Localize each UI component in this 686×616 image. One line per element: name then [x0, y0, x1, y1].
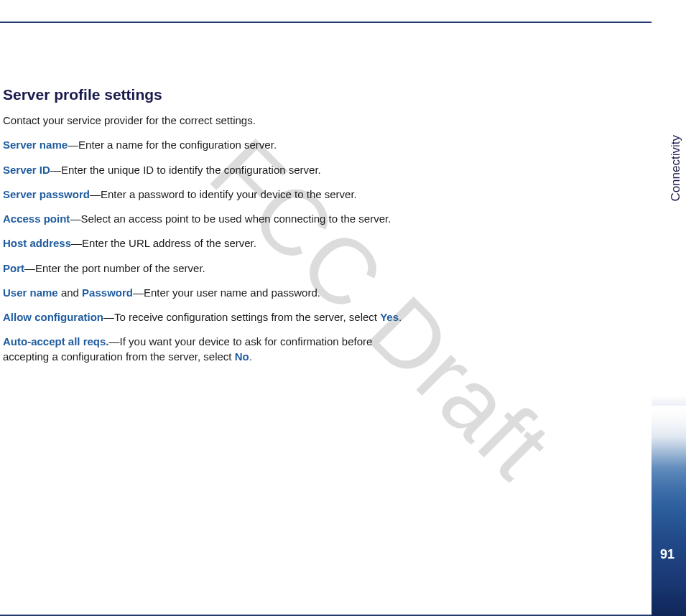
- setting-desc: —Enter the unique ID to identify the con…: [50, 164, 321, 176]
- setting-item: Port—Enter the port number of the server…: [3, 261, 402, 276]
- setting-item-username-password: User name and Password—Enter your user n…: [3, 286, 402, 300]
- setting-term-password: Password: [82, 286, 133, 299]
- setting-desc: —Enter the port number of the server.: [24, 262, 205, 274]
- setting-item: Server ID—Enter the unique ID to identif…: [3, 163, 402, 177]
- setting-term: Auto-accept all reqs.: [3, 335, 109, 347]
- setting-desc: —Enter the URL address of the server.: [71, 237, 256, 249]
- setting-desc-after: .: [399, 311, 402, 323]
- setting-term: Allow configuration: [3, 311, 103, 323]
- section-label: Connectivity: [669, 135, 683, 202]
- main-content: Server profile settings Contact your ser…: [0, 86, 402, 374]
- right-sidebar: [652, 22, 686, 616]
- setting-term: Server name: [3, 139, 68, 151]
- setting-item: Access point—Select an access point to b…: [3, 212, 402, 226]
- setting-item-auto-accept: Auto-accept all reqs.—If you want your d…: [3, 335, 402, 364]
- setting-term: Access point: [3, 213, 70, 225]
- choice-yes: Yes: [380, 311, 399, 323]
- setting-item-allow-config: Allow configuration—To receive configura…: [3, 310, 402, 325]
- intro-text: Contact your service provider for the co…: [3, 113, 402, 128]
- setting-term: Server password: [3, 188, 90, 200]
- choice-no: No: [235, 350, 249, 363]
- page-heading: Server profile settings: [3, 86, 402, 103]
- setting-term: Port: [3, 262, 24, 274]
- setting-term: Host address: [3, 237, 71, 249]
- setting-desc-before: —To receive configuration settings from …: [103, 311, 380, 323]
- setting-desc: —Select an access point to be used when …: [70, 213, 391, 225]
- setting-item: Server name—Enter a name for the configu…: [3, 138, 402, 152]
- setting-item: Server password—Enter a password to iden…: [3, 187, 402, 202]
- page-number: 91: [660, 547, 675, 562]
- setting-desc: —Enter your user name and password.: [133, 286, 320, 299]
- setting-item: Host address—Enter the URL address of th…: [3, 236, 402, 251]
- setting-desc-after: .: [249, 350, 252, 363]
- setting-term-username: User name: [3, 286, 58, 299]
- conjunction: and: [58, 286, 82, 299]
- setting-term: Server ID: [3, 164, 50, 176]
- setting-desc: —Enter a password to identify your devic…: [90, 188, 357, 200]
- setting-desc: —Enter a name for the configuration serv…: [68, 139, 277, 151]
- top-rule: [0, 22, 652, 23]
